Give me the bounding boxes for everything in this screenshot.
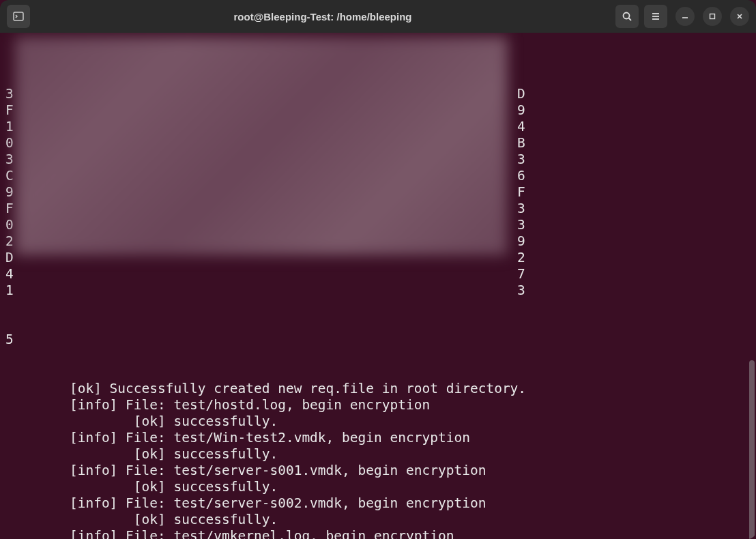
hex-spacer	[12, 266, 517, 282]
titlebar-left	[7, 5, 30, 28]
svg-line-2	[629, 18, 632, 21]
hex-left-char: D	[5, 250, 12, 266]
terminal-line: [info] File: test/hostd.log, begin encry…	[5, 397, 751, 413]
terminal-line: [info] File: test/server-s001.vmdk, begi…	[5, 463, 751, 479]
svg-point-1	[624, 13, 630, 19]
hex-right-char: 7	[517, 266, 525, 282]
terminal-line: 5	[5, 332, 751, 348]
hex-right-char: D	[517, 86, 525, 102]
hex-right-char: 9	[517, 102, 525, 119]
hex-right-char: 3	[517, 151, 525, 168]
hex-left-char: 2	[5, 233, 12, 250]
hex-left-char: C	[5, 168, 12, 184]
hamburger-icon	[650, 11, 661, 22]
hex-left-char: 3	[5, 151, 12, 168]
hex-left-char: 0	[5, 217, 12, 233]
terminal-line: [ok] successfully.	[5, 413, 751, 430]
search-icon	[622, 11, 633, 22]
hex-right-char: 4	[517, 119, 525, 135]
hex-right-char: B	[517, 135, 525, 151]
close-button[interactable]	[730, 7, 749, 26]
hex-left-char: 1	[5, 119, 12, 135]
terminal-line: [ok] successfully.	[5, 446, 751, 463]
terminal-line: [ok] successfully.	[5, 479, 751, 495]
hex-right-char: 9	[517, 233, 525, 250]
hex-left-char: 4	[5, 266, 12, 282]
menu-button[interactable]	[644, 5, 667, 28]
new-tab-button[interactable]	[7, 5, 30, 28]
hex-left-char: 3	[5, 86, 12, 102]
maximize-button[interactable]	[703, 7, 722, 26]
hex-spacer	[12, 282, 517, 299]
minimize-button[interactable]	[675, 7, 695, 26]
search-button[interactable]	[615, 5, 639, 28]
hex-right-char: 3	[517, 282, 525, 299]
hex-right-char: 6	[517, 168, 525, 184]
hex-row: 47	[5, 266, 751, 282]
hex-left-char: 1	[5, 282, 12, 299]
hex-left-char: F	[5, 102, 12, 119]
redacted-area	[15, 37, 508, 255]
titlebar: root@Bleeping-Test: /home/bleeping	[0, 0, 756, 33]
hex-right-char: 2	[517, 250, 525, 266]
terminal-tab-icon	[12, 10, 25, 23]
window-title: root@Bleeping-Test: /home/bleeping	[30, 11, 615, 23]
minimize-icon	[681, 12, 689, 20]
terminal-line: [ok] successfully.	[5, 512, 751, 528]
hex-left-char: 9	[5, 184, 12, 201]
hex-right-char: 3	[517, 217, 525, 233]
hex-right-char: F	[517, 184, 525, 201]
hex-left-char: 0	[5, 135, 12, 151]
terminal-line: [info] File: test/server-s002.vmdk, begi…	[5, 495, 751, 512]
terminal-line: [info] File: test/Win-test2.vmdk, begin …	[5, 430, 751, 446]
svg-rect-0	[14, 12, 23, 20]
titlebar-right	[615, 5, 749, 28]
hex-right-char: 3	[517, 201, 525, 217]
hex-left-char: F	[5, 201, 12, 217]
terminal-line: [ok] Successfully created new req.file i…	[5, 381, 751, 397]
svg-rect-7	[710, 14, 715, 19]
terminal-body[interactable]: 3DF9140B33C69FF30329D24713 5 [ok] Succes…	[0, 33, 756, 539]
hex-row: 13	[5, 282, 751, 299]
maximize-icon	[708, 12, 716, 20]
close-icon	[736, 12, 744, 20]
terminal-line: [info] File: test/vmkernel.log, begin en…	[5, 528, 751, 539]
